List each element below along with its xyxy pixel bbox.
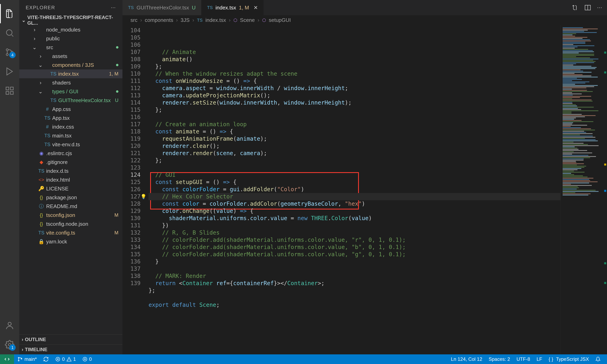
tree-item-vite-env-d-ts[interactable]: TSvite-env.d.ts xyxy=(19,140,122,149)
activity-settings[interactable]: 1 xyxy=(0,335,19,354)
code-line[interactable]: }; xyxy=(148,287,560,294)
split-editor-icon[interactable] xyxy=(584,4,591,11)
code-line[interactable] xyxy=(148,164,560,171)
code-editor[interactable]: 1041051061071081091101111121131141151161… xyxy=(122,25,560,354)
status-branch[interactable]: main* xyxy=(14,356,40,362)
status-sync[interactable] xyxy=(40,356,52,362)
tree-item-index-d-ts[interactable]: TSindex.d.ts xyxy=(19,167,122,175)
status-eol[interactable]: LF xyxy=(533,356,545,362)
tree-item-app-tsx[interactable]: TSApp.tsx xyxy=(19,114,122,122)
status-encoding[interactable]: UTF-8 xyxy=(513,356,533,362)
compare-changes-icon[interactable] xyxy=(571,4,579,11)
code-line[interactable]: // When the window resizes adapt the sce… xyxy=(148,70,560,78)
activity-extensions[interactable] xyxy=(0,81,19,100)
tree-item-readme-md[interactable]: ⓘREADME.md xyxy=(19,202,122,211)
code-line[interactable]: animate() xyxy=(148,56,560,63)
tree-item-vite-config-ts[interactable]: TSvite.config.tsM xyxy=(19,228,122,237)
tree-item-app-css[interactable]: #App.css xyxy=(19,105,122,114)
tree-item-package-json[interactable]: {}package.json xyxy=(19,193,122,202)
tree-item-yarn-lock[interactable]: 🔒yarn.lock xyxy=(19,237,122,246)
outline-section[interactable]: › OUTLINE xyxy=(19,334,122,344)
code-line[interactable]: renderer.render(scene, camera); xyxy=(148,150,560,157)
tab-index-tsx[interactable]: TS index.tsx 1, M ✕ xyxy=(201,0,264,15)
code-line[interactable]: }; xyxy=(148,157,560,164)
breadcrumb-item[interactable]: Scene xyxy=(240,17,255,23)
code-line[interactable] xyxy=(148,114,560,121)
code-line[interactable]: } xyxy=(148,258,560,265)
tree-item-src[interactable]: ⌄src xyxy=(19,43,122,52)
activity-source-control[interactable]: 4 xyxy=(0,42,19,62)
code-line[interactable]: // colorFolder.add(shaderMaterial.unifor… xyxy=(148,244,560,251)
code-line[interactable]: // R, G, B Slides xyxy=(148,229,560,236)
tree-item-index-html[interactable]: <>index.html xyxy=(19,175,122,184)
code-line[interactable]: const colorFolder = gui.addFolder("Color… xyxy=(148,186,560,193)
minimap[interactable] xyxy=(560,25,607,354)
project-row[interactable]: ⌄ VITE-THREEJS-TYPESCRIPT-REACT-GL... xyxy=(19,15,122,25)
tree-item-index-tsx[interactable]: TSindex.tsx1, M xyxy=(19,69,122,78)
code-line[interactable]: const color = colorFolder.addColor(geome… xyxy=(148,200,560,208)
activity-run-debug[interactable] xyxy=(0,62,19,81)
sidebar-more-icon[interactable]: ⋯ xyxy=(111,5,116,11)
code-line[interactable]: }; xyxy=(148,106,560,114)
tree-item-assets[interactable]: ›assets xyxy=(19,52,122,61)
tree-item-index-css[interactable]: #index.css xyxy=(19,122,122,131)
code-line[interactable]: // MARK: Render xyxy=(148,273,560,280)
tree-item-components-3js[interactable]: ⌄components / 3JS xyxy=(19,61,122,69)
code-line[interactable]: // Animate xyxy=(148,49,560,56)
timeline-section[interactable]: › TIMELINE xyxy=(19,344,122,354)
activity-accounts[interactable] xyxy=(0,316,19,335)
activity-explorer[interactable] xyxy=(0,4,19,23)
activity-search[interactable] xyxy=(0,23,19,42)
tree-item-shaders[interactable]: ›shaders xyxy=(19,78,122,87)
breadcrumbs[interactable]: src›components›3JS›TSindex.tsx›⬡Scene›⬡s… xyxy=(122,15,607,25)
code-line[interactable]: shaderMaterial.uniforms.color.value = ne… xyxy=(148,215,560,222)
tree-item-guithreehexcolor-tsx[interactable]: TSGUIThreeHexColor.tsxU xyxy=(19,96,122,105)
status-language[interactable]: { } TypeScript JSX xyxy=(545,356,592,362)
code-line[interactable]: color.onChange((value) => { xyxy=(148,208,560,215)
tree-item-license[interactable]: 🔑LICENSE xyxy=(19,184,122,193)
code-line[interactable]: // colorFolder.add(shaderMaterial.unifor… xyxy=(148,251,560,258)
code-line[interactable]: return <Container ref={containerRef}></C… xyxy=(148,280,560,287)
lightbulb-icon[interactable]: 💡 xyxy=(141,193,146,200)
remote-indicator[interactable] xyxy=(0,354,14,364)
breadcrumb-item[interactable]: setupGUI xyxy=(269,17,291,23)
code-line[interactable]: renderer.setSize(window.innerWidth, wind… xyxy=(148,99,560,106)
breadcrumb-item[interactable]: components xyxy=(145,17,173,23)
code-line[interactable]: // colorFolder.add(shaderMaterial.unifor… xyxy=(148,236,560,244)
status-notifications[interactable] xyxy=(592,357,604,362)
code-line[interactable]: camera.updateProjectionMatrix(); xyxy=(148,92,560,99)
tree-item--gitignore[interactable]: ◆.gitignore xyxy=(19,158,122,167)
code-line[interactable]: // Create an animation loop xyxy=(148,121,560,128)
code-line[interactable]: // Hex Color Selector💡 xyxy=(148,193,560,200)
code-line[interactable]: }) xyxy=(148,222,560,229)
breadcrumb-item[interactable]: index.tsx xyxy=(205,17,226,23)
code-line[interactable]: camera.aspect = window.innerWidth / wind… xyxy=(148,85,560,92)
code-line[interactable]: const setupGUI = () => { xyxy=(148,179,560,186)
tree-item-node-modules[interactable]: ›node_modules xyxy=(19,25,122,34)
breadcrumb-item[interactable]: src xyxy=(131,17,137,23)
code-line[interactable]: export default Scene; xyxy=(148,301,560,309)
tree-item-tsconfig-json[interactable]: {}tsconfig.jsonM xyxy=(19,211,122,220)
code-line[interactable]: requestAnimationFrame(animate); xyxy=(148,135,560,143)
tree-item-types-gui[interactable]: ⌄types / GUI xyxy=(19,87,122,96)
code-line[interactable]: // GUI xyxy=(148,171,560,179)
code-line[interactable] xyxy=(148,265,560,273)
code-line[interactable]: renderer.clear(); xyxy=(148,143,560,150)
tree-item-public[interactable]: ›public xyxy=(19,34,122,43)
status-spaces[interactable]: Spaces: 2 xyxy=(485,356,513,362)
close-icon[interactable]: ✕ xyxy=(252,5,258,11)
status-cursor[interactable]: Ln 124, Col 12 xyxy=(448,356,485,362)
breadcrumb-item[interactable]: 3JS xyxy=(181,17,190,23)
status-problems[interactable]: 0 1 xyxy=(52,356,79,362)
tab-guithreehexcolor-tsx[interactable]: TS GUIThreeHexColor.tsx U xyxy=(122,0,201,15)
tree-item-main-tsx[interactable]: TSmain.tsx xyxy=(19,131,122,140)
code-line[interactable] xyxy=(148,294,560,301)
code-content[interactable]: // Animate animate() }; // When the wind… xyxy=(148,25,560,354)
status-ports[interactable]: 0 xyxy=(79,356,95,362)
code-line[interactable]: const onWindowResize = () => { xyxy=(148,78,560,85)
code-line[interactable]: }; xyxy=(148,63,560,70)
editor-more-icon[interactable]: ⋯ xyxy=(597,5,602,11)
tree-item-tsconfig-node-json[interactable]: {}tsconfig.node.json xyxy=(19,220,122,228)
tree-item--eslintrc-cjs[interactable]: ◉.eslintrc.cjs xyxy=(19,149,122,158)
code-line[interactable]: const animate = () => { xyxy=(148,128,560,135)
